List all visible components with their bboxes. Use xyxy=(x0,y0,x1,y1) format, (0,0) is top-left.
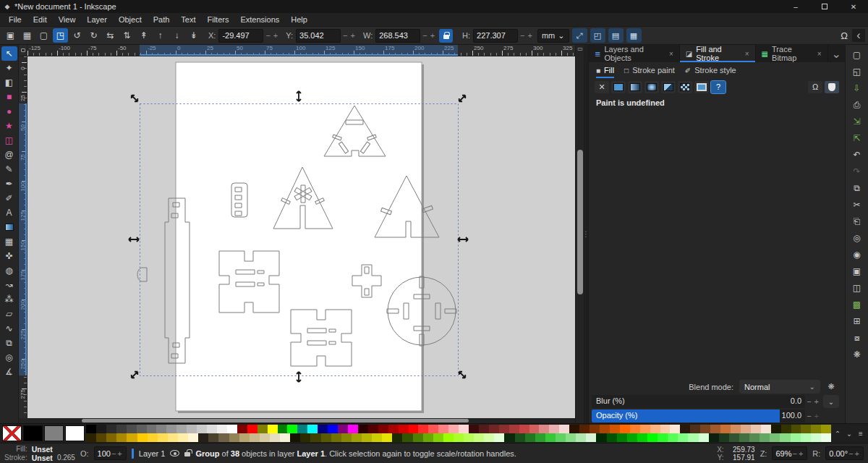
close-icon[interactable]: × xyxy=(669,50,673,58)
swatch[interactable] xyxy=(156,425,166,433)
menu-object[interactable]: Object xyxy=(113,13,148,27)
swatch[interactable] xyxy=(86,425,96,433)
zoom-field[interactable]: 69% − + xyxy=(772,446,807,460)
palette-scroll-up-button[interactable]: ⌃ xyxy=(833,430,843,438)
swatch[interactable] xyxy=(237,425,247,433)
swatch[interactable] xyxy=(720,425,731,433)
zoom-selection-button[interactable]: ◎ xyxy=(849,231,865,245)
swatch[interactable] xyxy=(116,433,127,442)
swatch[interactable] xyxy=(423,433,433,442)
layer-lock-icon[interactable] xyxy=(184,452,190,456)
swatch[interactable] xyxy=(494,433,504,442)
select-all-layers-button[interactable]: ▦ xyxy=(20,28,35,43)
swatch[interactable] xyxy=(660,425,671,433)
rotate-cw-button[interactable]: ↻ xyxy=(86,28,101,43)
blend-mode-select[interactable]: Normal ⌄ xyxy=(739,380,820,394)
menu-layer[interactable]: Layer xyxy=(81,13,113,27)
undo-button[interactable]: ↶ xyxy=(849,148,865,162)
swatch[interactable] xyxy=(176,425,187,433)
swatch[interactable] xyxy=(218,433,229,442)
lock-ratio-button[interactable] xyxy=(439,29,453,43)
display-toggle-icon[interactable]: ▭ xyxy=(576,46,584,52)
blur-increment-button[interactable]: + xyxy=(814,397,819,406)
swatch[interactable] xyxy=(489,425,499,433)
h-increment[interactable]: + xyxy=(528,31,532,40)
swatch[interactable] xyxy=(539,425,549,433)
swatch[interactable] xyxy=(464,433,474,442)
swatch[interactable] xyxy=(382,433,392,442)
swatch[interactable] xyxy=(258,425,268,433)
swatch[interactable] xyxy=(650,425,660,433)
swatch[interactable] xyxy=(198,433,208,442)
swatch[interactable] xyxy=(731,425,741,433)
h-field[interactable]: 227.307 xyxy=(473,29,518,43)
swatch[interactable] xyxy=(620,425,630,433)
swatch[interactable] xyxy=(168,433,178,442)
swatch[interactable] xyxy=(751,425,761,433)
mesh-tool[interactable]: ▦ xyxy=(1,234,17,249)
swatch[interactable] xyxy=(402,433,412,442)
swatch[interactable] xyxy=(668,433,678,442)
zoom-decrement[interactable]: − xyxy=(792,449,796,458)
print-button[interactable]: ⎙ xyxy=(849,98,865,112)
swatch[interactable] xyxy=(310,433,320,442)
swatch[interactable] xyxy=(670,425,680,433)
swatch[interactable] xyxy=(811,425,821,433)
swatch[interactable] xyxy=(469,425,479,433)
group-button[interactable]: ▩ xyxy=(849,297,865,312)
pencil-tool[interactable]: ✎ xyxy=(1,162,17,177)
swatch[interactable] xyxy=(127,433,137,442)
menu-extensions[interactable]: Extensions xyxy=(234,13,285,27)
new-document-button[interactable]: ▢ xyxy=(849,48,865,62)
dropper-tool[interactable]: ✜ xyxy=(1,249,17,263)
swatch[interactable] xyxy=(278,425,288,433)
swatch[interactable] xyxy=(227,425,237,433)
tweak-tool[interactable]: ↝ xyxy=(1,278,17,292)
swatch[interactable] xyxy=(630,425,640,433)
swatch[interactable] xyxy=(690,425,700,433)
swatch[interactable] xyxy=(821,425,831,433)
swatch[interactable] xyxy=(197,425,207,433)
duplicate-button[interactable]: ⊞ xyxy=(849,314,865,328)
h-decrement[interactable]: − xyxy=(520,31,524,40)
blend-settings-icon[interactable]: ❋ xyxy=(827,382,834,391)
horizontal-scrollbar-thumb[interactable] xyxy=(82,419,469,422)
swatch[interactable] xyxy=(448,425,459,433)
shape-builder-tool[interactable]: ◧ xyxy=(1,75,17,90)
tab-fill-and-stroke[interactable]: ◪Fill and Stroke× xyxy=(680,45,756,62)
swatch[interactable] xyxy=(137,433,148,442)
swatch[interactable] xyxy=(770,433,780,442)
swatch[interactable] xyxy=(270,433,280,442)
y-field[interactable]: 35.042 xyxy=(296,29,341,43)
swatch[interactable] xyxy=(586,433,596,442)
swatch[interactable] xyxy=(247,425,258,433)
swatch[interactable] xyxy=(719,433,729,442)
vertical-ruler[interactable]: 0255075100125150175200225250275 xyxy=(19,56,27,418)
fill-stroke-indicator[interactable]: Fill: Unset Stroke: Unset 0.265 xyxy=(4,445,75,462)
swatch[interactable] xyxy=(23,425,43,441)
paint-radial-gradient-button[interactable] xyxy=(644,81,659,93)
spiral-tool[interactable]: @ xyxy=(1,148,17,162)
export-button[interactable]: ⇱ xyxy=(849,131,865,145)
vertical-scrollbar-thumb[interactable] xyxy=(577,150,583,294)
paint-flat-button[interactable] xyxy=(611,81,626,93)
dock-tab-chevron-icon[interactable]: ⌄ xyxy=(828,45,845,62)
swatch[interactable] xyxy=(658,433,668,442)
swatch[interactable] xyxy=(566,433,576,442)
swatch[interactable] xyxy=(178,433,188,442)
swatch[interactable] xyxy=(680,425,690,433)
swatch[interactable] xyxy=(392,433,402,442)
swatch[interactable] xyxy=(791,433,801,442)
swatch[interactable] xyxy=(290,433,300,442)
swatch[interactable] xyxy=(760,433,770,442)
swatch-none[interactable] xyxy=(2,425,22,441)
swatch[interactable] xyxy=(688,433,698,442)
swatch[interactable] xyxy=(413,433,423,442)
w-decrement[interactable]: − xyxy=(422,31,427,40)
connector-tool[interactable]: ∿ xyxy=(1,321,17,336)
swatch[interactable] xyxy=(106,425,116,433)
rectangle-tool[interactable]: ■ xyxy=(1,90,17,104)
flip-horizontal-button[interactable]: ⇆ xyxy=(103,28,118,43)
vertical-scrollbar[interactable]: ▭ xyxy=(575,45,584,423)
swatch[interactable] xyxy=(596,433,606,442)
